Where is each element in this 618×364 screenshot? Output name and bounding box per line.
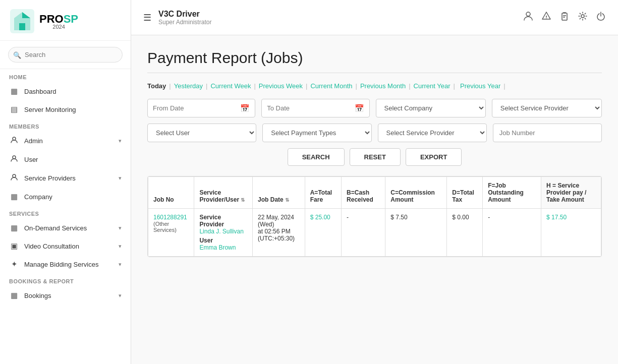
- to-date-input[interactable]: [267, 100, 354, 116]
- filter-previous-month[interactable]: Previous Month: [360, 82, 406, 90]
- job-tz: (UTC:+05:30): [258, 235, 300, 242]
- to-date-wrapper: 📅: [261, 99, 369, 117]
- settings-icon[interactable]: [578, 11, 588, 24]
- user-icon: [9, 155, 19, 164]
- select-payment-types[interactable]: Select Payment Types: [262, 124, 371, 142]
- page-content: Payment Report (Jobs) Today | Yesterday …: [131, 35, 618, 364]
- sidebar-item-label: Server Monitoring: [24, 106, 76, 113]
- col-commission-amount: C=Commission Amount: [385, 177, 447, 209]
- sidebar-item-video-consultation[interactable]: ▣ Video Consultation ▾: [0, 237, 131, 255]
- filter-yesterday[interactable]: Yesterday: [174, 82, 203, 90]
- svg-point-7: [526, 12, 530, 16]
- svg-rect-3: [19, 23, 25, 30]
- chevron-down-icon: ▾: [119, 243, 122, 250]
- svg-point-9: [546, 18, 547, 19]
- cell-job-date: 22 May, 2024 (Wed) at 02:56 PM (UTC:+05:…: [253, 209, 305, 257]
- sidebar-item-manage-bidding[interactable]: ✦ Manage Bidding Services ▾: [0, 255, 131, 273]
- filter-previous-week[interactable]: Previous Week: [259, 82, 303, 90]
- sidebar-item-company[interactable]: ▦ Company: [0, 188, 131, 206]
- calendar-icon: 📅: [240, 104, 250, 113]
- chevron-down-icon: ▾: [119, 225, 122, 231]
- manage-bidding-icon: ✦: [9, 260, 19, 269]
- filter-current-year[interactable]: Current Year: [414, 82, 451, 90]
- filter-today[interactable]: Today: [147, 82, 166, 90]
- filter-current-week[interactable]: Current Week: [210, 82, 251, 90]
- on-demand-services-icon: ▦: [9, 223, 19, 232]
- user-name-link[interactable]: Emma Brown: [199, 244, 247, 251]
- filter-links: Today | Yesterday | Current Week | Previ…: [147, 82, 602, 90]
- sidebar-item-label: Video Consultation: [24, 242, 79, 250]
- filter-current-month[interactable]: Current Month: [310, 82, 352, 90]
- server-monitoring-icon: ▤: [9, 105, 19, 114]
- sp-name-link[interactable]: Linda J. Sullivan: [199, 228, 247, 235]
- section-members-label: MEMBERS: [0, 118, 131, 132]
- power-icon[interactable]: [596, 11, 606, 24]
- from-date-input[interactable]: [153, 100, 240, 116]
- col-cash-received: B=Cash Received: [342, 177, 385, 209]
- chevron-down-icon: ▾: [119, 175, 122, 181]
- sidebar-item-admin[interactable]: Admin ▾: [0, 132, 131, 150]
- sidebar-item-label: Dashboard: [24, 88, 57, 95]
- service-providers-icon: [9, 173, 19, 183]
- cell-total-tax: $ 0.00: [447, 209, 483, 257]
- logo-area: PROSP 2024: [0, 0, 131, 41]
- col-job-date: Job Date ⇅: [253, 177, 305, 209]
- sidebar-item-dashboard[interactable]: ▦ Dashboard: [0, 82, 131, 100]
- sidebar-item-label: User: [24, 156, 38, 163]
- sidebar-item-on-demand-services[interactable]: ▦ On-Demand Services ▾: [0, 219, 131, 237]
- sidebar: PROSP 2024 🔍 HOME ▦ Dashboard ▤ Server M…: [0, 0, 131, 364]
- sidebar-item-label: Admin: [24, 137, 43, 145]
- logo-sp: SP: [64, 13, 78, 25]
- filter-previous-year[interactable]: Previous Year: [460, 82, 500, 90]
- filter-row-2: Select User Select Payment Types Select …: [147, 124, 602, 142]
- search-input[interactable]: [8, 47, 123, 63]
- col-sp-pay-take: H = Service Provider pay / Take Amount: [541, 177, 601, 209]
- chevron-down-icon: ▾: [119, 261, 122, 268]
- section-home-label: HOME: [0, 69, 131, 82]
- select-service-provider-2[interactable]: Select Service Provider: [378, 124, 487, 142]
- col-sp-user: Service Provider/User ⇅: [194, 177, 253, 209]
- main-content: ☰ V3C Driver Super Administrator Paymen: [131, 0, 618, 364]
- export-button[interactable]: EXPORT: [406, 148, 462, 166]
- menu-icon[interactable]: ☰: [143, 12, 151, 23]
- sidebar-item-user[interactable]: User: [0, 150, 131, 169]
- svg-point-13: [581, 15, 584, 18]
- job-no-link[interactable]: 1601288291: [153, 214, 187, 221]
- user-profile-icon[interactable]: [523, 11, 533, 24]
- svg-point-5: [13, 156, 16, 159]
- select-user[interactable]: Select User: [147, 124, 256, 142]
- sidebar-item-service-providers[interactable]: Service Providers ▾: [0, 169, 131, 188]
- results-table-wrapper: Job No Service Provider/User ⇅ Job Date …: [147, 176, 602, 257]
- table-row: 1601288291 (Other Services) Service Prov…: [148, 209, 601, 257]
- sidebar-item-label: Company: [24, 193, 52, 201]
- col-job-outstanding: F=Job Outstanding Amount: [483, 177, 541, 209]
- topbar-subtitle: Super Administrator: [158, 19, 516, 26]
- filter-row-1: 📅 📅 Select Company Select Service Provid…: [147, 99, 602, 117]
- cell-job-no: 1601288291 (Other Services): [148, 209, 194, 257]
- chevron-down-icon: ▾: [119, 138, 122, 144]
- chevron-down-icon: ▾: [119, 292, 122, 299]
- reset-button[interactable]: RESET: [350, 148, 401, 166]
- sp-pay-take-link[interactable]: $ 17.50: [546, 214, 567, 221]
- select-service-provider-1[interactable]: Select Service Provider: [492, 99, 602, 117]
- sidebar-search-area: 🔍: [0, 41, 131, 69]
- select-company[interactable]: Select Company: [376, 99, 486, 117]
- user-label: User: [199, 237, 247, 244]
- clipboard-icon[interactable]: [559, 11, 570, 24]
- sidebar-item-label: Service Providers: [24, 174, 76, 182]
- svg-point-6: [13, 174, 16, 177]
- video-consultation-icon: ▣: [9, 241, 19, 251]
- title-divider: [147, 73, 602, 73]
- search-button[interactable]: SEARCH: [288, 148, 345, 166]
- calendar-icon: 📅: [355, 104, 364, 113]
- sidebar-item-bookings[interactable]: ▦ Bookings ▾: [0, 286, 131, 305]
- total-fare-link[interactable]: $ 25.00: [310, 214, 330, 221]
- alert-icon[interactable]: [541, 11, 551, 24]
- sidebar-item-server-monitoring[interactable]: ▤ Server Monitoring: [0, 100, 131, 118]
- sort-icon: ⇅: [241, 197, 245, 203]
- job-number-input[interactable]: [493, 124, 602, 142]
- sidebar-item-label: Manage Bidding Services: [24, 261, 98, 268]
- svg-point-4: [13, 137, 16, 140]
- col-total-fare: A=Total Fare: [305, 177, 341, 209]
- company-icon: ▦: [9, 192, 19, 201]
